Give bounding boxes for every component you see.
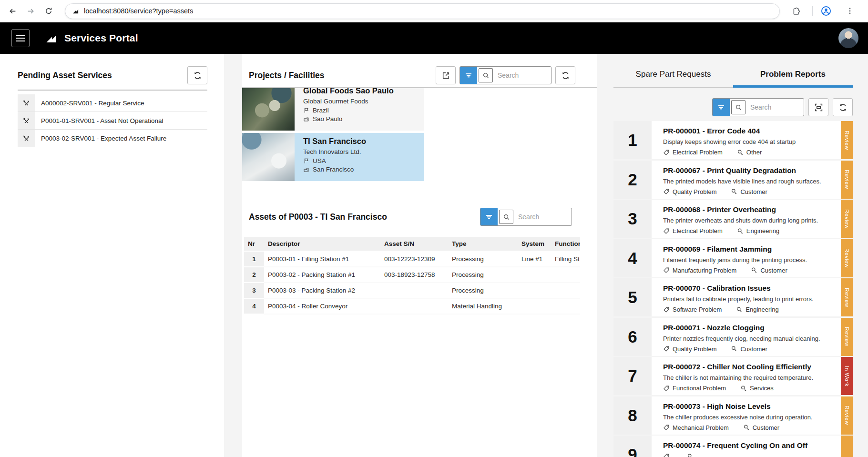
refresh-icon (839, 103, 847, 112)
report-status-badge: Review (841, 161, 853, 199)
report-problem-type: Electrical Problem (673, 227, 723, 234)
url-bar[interactable]: localhost:8080/service?type=assets (65, 3, 780, 19)
back-arrow-icon (9, 7, 17, 15)
problem-report-item[interactable]: 6 PR-000071 - Nozzle Clogging Printer no… (613, 318, 853, 356)
tab-item[interactable]: Spare Part Requests (613, 63, 733, 88)
problem-report-item[interactable]: 1 PR-000001 - Error Code 404 Display kee… (613, 121, 853, 159)
facility-name: TI San Francisco (303, 137, 366, 146)
assets-column-header[interactable]: Asset S/N (380, 237, 448, 252)
tab-item[interactable]: Problem Reports (733, 63, 853, 88)
facility-card[interactable]: Global Foods Sao Paulo Global Gourmet Fo… (242, 87, 424, 131)
extensions-puzzle-icon (792, 7, 800, 15)
source-magnifier-icon (687, 453, 694, 457)
assets-filter-button[interactable] (480, 208, 498, 225)
report-description: The printed models have visible lines an… (663, 178, 837, 185)
problem-tag-icon (663, 149, 670, 156)
problem-reports-list: 1 PR-000001 - Error Code 404 Display kee… (613, 121, 853, 457)
report-number: 9 (613, 436, 652, 457)
report-problem-type: Manufacturing Problem (673, 267, 736, 274)
asset-type: Processing (448, 283, 518, 299)
browser-forward-button[interactable] (23, 3, 38, 19)
facilities-scroll-area[interactable]: Global Foods Sao Paulo Global Gourmet Fo… (242, 87, 597, 186)
service-tools-icon (18, 94, 35, 112)
country-flag-icon (303, 158, 309, 164)
report-problem-type: Mechanical Problem (673, 424, 729, 431)
report-source: Customer (753, 424, 779, 431)
projects-refresh-button[interactable] (555, 66, 575, 84)
reports-search-input[interactable] (746, 103, 804, 111)
problem-report-item[interactable]: 8 PR-000073 - High Noise Levels The chil… (613, 396, 853, 435)
facility-city: San Francisco (313, 166, 354, 173)
assets-search-input[interactable] (514, 213, 572, 221)
report-source: Engineering (745, 306, 778, 313)
assets-column-header[interactable]: Type (448, 237, 518, 252)
user-avatar[interactable] (838, 28, 858, 48)
main-menu-button[interactable] (11, 29, 30, 47)
browser-profile-button[interactable] (818, 3, 834, 19)
asset-function (551, 299, 580, 315)
browser-reload-button[interactable] (41, 3, 56, 19)
extensions-button[interactable] (788, 3, 804, 19)
pending-services-refresh-button[interactable] (187, 66, 207, 84)
open-external-button[interactable] (436, 66, 456, 84)
reports-expand-button[interactable] (808, 98, 828, 116)
assets-column-header[interactable]: System (518, 237, 551, 252)
report-title: PR-000070 - Calibration Issues (663, 284, 837, 293)
asset-type: Material Handling (448, 299, 518, 315)
service-label: A000002-SRV001 - Regular Service (35, 94, 144, 112)
report-description: Display keeps showing error code 404 at … (663, 138, 837, 145)
asset-row[interactable]: 3 P0003-03 - Packing Station #2 Processi… (244, 283, 580, 299)
assets-column-header[interactable]: Nr (244, 237, 264, 252)
problem-report-item[interactable]: 4 PR-000069 - Filament Jamming Filament … (613, 239, 853, 277)
facility-info: TI San Francisco Tech Innovators Ltd. US… (295, 133, 366, 181)
pending-service-item[interactable]: P0003-02-SRV001 - Expected Asset Failure (18, 130, 207, 147)
problem-report-item[interactable]: 7 PR-000072 - Chiller Not Cooling Effici… (613, 357, 853, 395)
refresh-icon (562, 71, 570, 80)
projects-search-button[interactable] (479, 68, 493, 82)
projects-facilities-panel: Projects / Facilities (242, 54, 597, 457)
assets-search-button[interactable] (499, 210, 513, 224)
problem-tag-icon (663, 267, 670, 274)
asset-row[interactable]: 2 P0003-02 - Packing Station #1 003-1892… (244, 267, 580, 283)
assets-table-container: NrDescriptorAsset S/NTypeSystemFunction … (244, 237, 580, 315)
service-tools-icon (18, 130, 35, 147)
asset-type: Processing (448, 267, 518, 283)
asset-function (551, 283, 580, 299)
projects-filter-button[interactable] (460, 67, 477, 84)
reports-search-button[interactable] (731, 100, 745, 114)
report-problem-type: Quality Problem (673, 188, 716, 195)
asset-nr: 1 (244, 252, 264, 267)
reports-refresh-button[interactable] (833, 98, 853, 116)
asset-descriptor: P0003-02 - Packing Station #1 (264, 267, 380, 283)
asset-descriptor: P0003-01 - Filling Station #1 (264, 252, 380, 267)
asset-row[interactable]: 1 P0003-01 - Filling Station #1 003-1222… (244, 252, 580, 267)
facility-card[interactable]: TI San Francisco Tech Innovators Ltd. US… (242, 133, 424, 181)
asset-system (518, 283, 551, 299)
source-magnifier-icon (731, 188, 737, 195)
report-description: Filament frequently jams during the prin… (663, 256, 837, 264)
asset-serial-number: 003-18923-12758 (380, 267, 448, 283)
projects-search-input[interactable] (494, 71, 551, 79)
report-body: PR-000073 - High Noise Levels The chille… (652, 396, 841, 435)
asset-row[interactable]: 4 P0003-04 - Roller Conveyor Material Ha… (244, 299, 580, 315)
open-in-new-icon (442, 71, 450, 80)
city-building-icon (303, 116, 309, 122)
problem-report-item[interactable]: 9 PR-000074 - Frequent Cycling On and Of… (613, 436, 853, 457)
problem-report-item[interactable]: 2 PR-000067 - Print Quality Degradation … (613, 161, 853, 199)
reports-filter-button[interactable] (713, 99, 730, 116)
report-status-badge: Review (841, 121, 853, 159)
report-number: 7 (613, 357, 652, 395)
panel-divider (18, 90, 207, 91)
problem-report-item[interactable]: 3 PR-000068 - Printer Overheating The pr… (613, 200, 853, 238)
asset-system (518, 299, 551, 315)
assets-column-header[interactable]: Descriptor (264, 237, 380, 252)
assets-column-header[interactable]: Function (551, 237, 580, 252)
asset-descriptor: P0003-03 - Packing Station #2 (264, 283, 380, 299)
report-body: PR-000068 - Printer Overheating The prin… (652, 200, 841, 238)
browser-menu-button[interactable] (842, 3, 858, 19)
facility-info: Global Foods Sao Paulo Global Gourmet Fo… (295, 87, 394, 131)
browser-back-button[interactable] (5, 3, 20, 19)
pending-service-item[interactable]: A000002-SRV001 - Regular Service (18, 94, 207, 112)
problem-report-item[interactable]: 5 PR-000070 - Calibration Issues Printer… (613, 278, 853, 316)
pending-service-item[interactable]: P0001-01-SRV001 - Asset Not Operational (18, 112, 207, 130)
